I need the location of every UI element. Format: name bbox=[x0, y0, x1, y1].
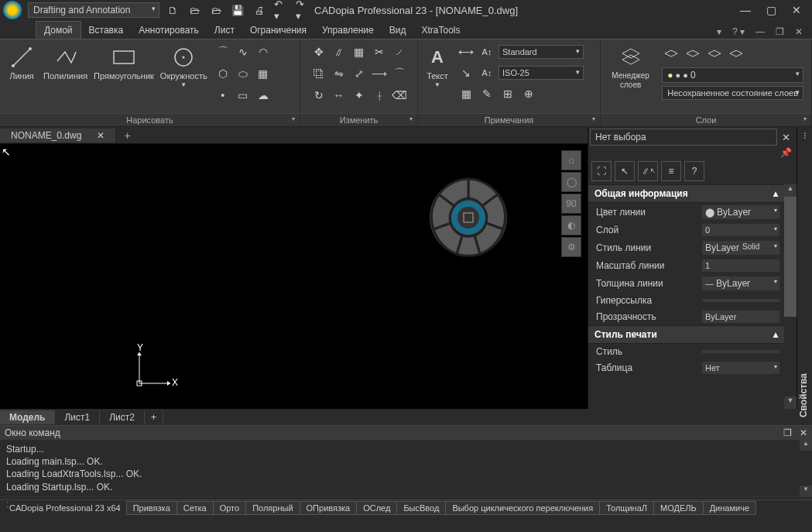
prop-linestyle-value[interactable]: ByLayer Solid bbox=[702, 241, 779, 255]
tab-view[interactable]: Вид bbox=[382, 22, 414, 39]
layout1-tab[interactable]: Лист1 bbox=[55, 410, 100, 424]
restore-icon[interactable]: ❐ bbox=[773, 25, 787, 39]
scale-icon[interactable]: ⤢ bbox=[350, 64, 368, 83]
rectangle-button[interactable]: Прямоугольник bbox=[91, 43, 157, 83]
help-icon[interactable]: ? ▾ bbox=[729, 25, 748, 39]
circle-button[interactable]: Окружность▼ bbox=[157, 43, 211, 90]
point-icon[interactable]: • bbox=[214, 86, 232, 105]
doc-tab[interactable]: NONAME_0.dwg✕ bbox=[0, 129, 116, 142]
cloud-icon[interactable]: ☁ bbox=[254, 86, 272, 105]
save-icon[interactable]: 💾 bbox=[231, 3, 245, 17]
ellipse-arc-icon[interactable]: ◠ bbox=[254, 43, 272, 61]
quick-select-icon[interactable]: ⫽↖ bbox=[638, 161, 658, 181]
cmd-close-icon[interactable]: ✕ bbox=[800, 427, 807, 438]
dim-icon[interactable]: ⟷ bbox=[457, 43, 475, 61]
model-tab[interactable]: Модель bbox=[0, 410, 55, 424]
home-icon[interactable]: ⌂ bbox=[561, 150, 581, 170]
prop-lineweight-value[interactable]: — ByLayer bbox=[702, 276, 779, 290]
copy-icon[interactable]: ⿻ bbox=[310, 64, 328, 83]
layer-iso-icon[interactable] bbox=[662, 46, 680, 64]
layer-manager-button[interactable]: Менеджер слоев bbox=[604, 43, 657, 91]
close-button[interactable]: ✕ bbox=[789, 4, 804, 16]
close-doc-icon[interactable]: ✕ bbox=[792, 25, 806, 39]
cmd-restore-icon[interactable]: ❐ bbox=[783, 427, 792, 438]
layer-freeze-icon[interactable] bbox=[684, 46, 702, 64]
props-scrollbar[interactable]: ▲▼ bbox=[784, 184, 797, 409]
layer-off-icon[interactable] bbox=[705, 46, 724, 64]
tab-insert[interactable]: Вставка bbox=[81, 22, 132, 39]
panel-draw-title[interactable]: Нарисовать bbox=[0, 113, 300, 126]
leader-icon[interactable]: ↘ bbox=[457, 63, 475, 82]
status-lweight[interactable]: ТолщинаЛ bbox=[599, 501, 654, 515]
new-icon[interactable]: 🗋 bbox=[166, 3, 180, 17]
center-icon[interactable]: ⊕ bbox=[519, 84, 538, 103]
status-osnap[interactable]: ОПривязка bbox=[300, 501, 358, 515]
status-snap[interactable]: Привязка bbox=[126, 501, 177, 515]
section-plotstyle[interactable]: Стиль печати▴ bbox=[588, 325, 784, 344]
rotate-90-button[interactable]: 90 bbox=[561, 194, 581, 214]
line-button[interactable]: Линия bbox=[3, 43, 40, 83]
orbit-icon[interactable]: ◯ bbox=[561, 172, 581, 192]
palette-menu-icon[interactable]: ⫶ bbox=[797, 127, 812, 141]
undo-icon[interactable]: ↶ ▾ bbox=[274, 3, 288, 17]
panel-annotations-title[interactable]: Примечания bbox=[418, 113, 600, 126]
add-tab-button[interactable]: + bbox=[116, 129, 138, 142]
fillet-icon[interactable]: ⌒ bbox=[390, 64, 409, 83]
tab-manage[interactable]: Управление bbox=[314, 22, 382, 39]
panel-modify-title[interactable]: Изменить bbox=[300, 113, 417, 126]
selection-dropdown[interactable]: Нет выбора bbox=[590, 129, 777, 146]
cmd-scrollbar[interactable]: ▲▼ bbox=[800, 440, 812, 496]
erase-icon[interactable]: ⌫ bbox=[390, 86, 409, 105]
tol-icon[interactable]: ⊞ bbox=[499, 84, 517, 103]
prop-plottable-value[interactable]: Нет bbox=[702, 362, 779, 374]
prop-linecolor-value[interactable]: ⬤ ByLayer bbox=[702, 205, 779, 219]
table-icon[interactable]: ▦ bbox=[457, 84, 475, 103]
panel-close-icon[interactable]: ✕ bbox=[777, 130, 795, 145]
trim-icon[interactable]: ✂ bbox=[370, 43, 389, 61]
properties-tab-label[interactable]: Свойства bbox=[797, 367, 810, 424]
settings-icon[interactable]: ⚙ bbox=[561, 237, 581, 257]
command-output[interactable]: Startup... Loading main.lsp... OK. Loadi… bbox=[0, 440, 812, 496]
close-tab-icon[interactable]: ✕ bbox=[97, 130, 104, 141]
layer-dropdown[interactable]: ● ● ● 0 bbox=[662, 67, 803, 83]
status-otrack[interactable]: ОСлед bbox=[356, 501, 397, 515]
prop-hyperlink-value[interactable] bbox=[702, 299, 779, 302]
offset-icon[interactable]: ⫽ bbox=[330, 43, 348, 61]
redo-icon[interactable]: ↷ ▾ bbox=[296, 3, 310, 17]
status-polar[interactable]: Полярный bbox=[245, 501, 300, 515]
status-cycle[interactable]: Выбор циклического переключения bbox=[445, 501, 600, 515]
polyline-button[interactable]: Полилиния bbox=[40, 43, 91, 83]
extend-icon[interactable]: ⟶ bbox=[370, 64, 389, 83]
tab-xtratools[interactable]: XtraTools bbox=[413, 22, 468, 39]
viewport[interactable]: ↖ bbox=[0, 144, 588, 409]
rotate-icon[interactable]: ↻ bbox=[310, 86, 328, 105]
spline-icon[interactable]: ∿ bbox=[234, 43, 252, 61]
layer-state-dropdown[interactable]: Несохраненное состояние слоев bbox=[662, 86, 803, 100]
tab-home[interactable]: Домой bbox=[36, 21, 81, 39]
open-icon[interactable]: 🗁 bbox=[187, 3, 201, 17]
status-dyn[interactable]: Динамиче bbox=[703, 501, 756, 515]
prop-transparency-value[interactable]: ByLayer bbox=[702, 311, 779, 323]
layer-lock-icon[interactable] bbox=[727, 46, 745, 64]
pick-icon[interactable]: ↖ bbox=[615, 161, 635, 181]
dim-style-dropdown[interactable]: ISO-25 bbox=[499, 66, 584, 80]
status-ortho[interactable]: Орто bbox=[213, 501, 246, 515]
status-model[interactable]: МОДЕЛЬ bbox=[653, 501, 704, 515]
split-icon[interactable]: ⟊ bbox=[370, 86, 389, 105]
section-general[interactable]: Общая информация▴ bbox=[588, 184, 784, 203]
prop-linescale-value[interactable]: 1 bbox=[702, 259, 779, 272]
import-icon[interactable]: 🗁 bbox=[209, 3, 223, 17]
explode-icon[interactable]: ✦ bbox=[350, 86, 368, 105]
text-style-dropdown[interactable]: Standard bbox=[499, 45, 584, 59]
minimize-button[interactable]: — bbox=[737, 4, 754, 16]
hatch-icon[interactable]: ▦ bbox=[254, 64, 272, 83]
region-icon[interactable]: ▭ bbox=[234, 86, 252, 105]
polygon-icon[interactable]: ⬡ bbox=[214, 64, 232, 83]
ellipse-icon[interactable]: ⬭ bbox=[234, 64, 252, 83]
filter-icon[interactable]: ≡ bbox=[661, 161, 681, 181]
maximize-button[interactable]: ▢ bbox=[763, 4, 779, 16]
help-panel-icon[interactable]: ? bbox=[684, 161, 704, 181]
status-qinput[interactable]: БысВвод bbox=[396, 501, 446, 515]
print-icon[interactable]: 🖨 bbox=[252, 3, 266, 17]
ring-menu[interactable] bbox=[426, 175, 511, 263]
